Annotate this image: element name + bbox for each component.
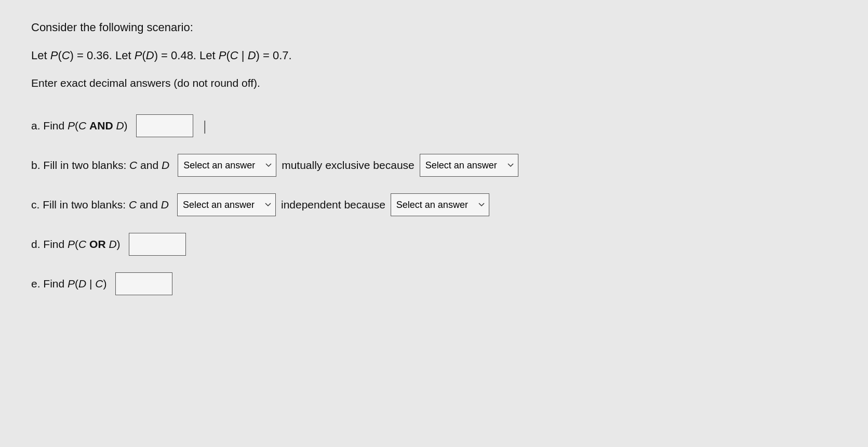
question-b: b. Fill in two blanks: C and D Select an… <box>31 154 837 177</box>
question-b-dropdown1[interactable]: Select an answer are are not <box>178 154 276 177</box>
question-a-input[interactable] <box>136 114 193 137</box>
page-container: Consider the following scenario: Let P(C… <box>31 21 837 295</box>
question-b-middle-text: mutually exclusive because <box>282 159 415 172</box>
question-b-label: b. Fill in two blanks: C and D <box>31 159 169 172</box>
question-c-middle-text: independent because <box>281 199 385 211</box>
question-d-label: d. Find P(C OR D) <box>31 238 121 251</box>
question-e-label: e. Find P(D | C) <box>31 278 107 290</box>
scenario-title: Consider the following scenario: <box>31 21 837 34</box>
instruction-text: Enter exact decimal answers (do not roun… <box>31 77 837 89</box>
question-c-label: c. Fill in two blanks: C and D <box>31 199 169 211</box>
question-a: a. Find P(C AND D) | <box>31 114 837 137</box>
cursor-indicator: | <box>204 117 207 134</box>
question-a-label: a. Find P(C AND D) <box>31 120 128 132</box>
question-d: d. Find P(C OR D) <box>31 233 837 256</box>
question-e: e. Find P(D | C) <box>31 272 837 295</box>
question-e-input[interactable] <box>115 272 172 295</box>
question-d-input[interactable] <box>129 233 186 256</box>
question-b-dropdown2[interactable]: Select an answer are are not <box>420 154 518 177</box>
given-info: Let P(C) = 0.36. Let P(D) = 0.48. Let P(… <box>31 49 837 62</box>
question-c: c. Fill in two blanks: C and D Select an… <box>31 193 837 216</box>
question-c-dropdown1[interactable]: Select an answer are are not <box>177 193 276 216</box>
question-c-dropdown2[interactable]: Select an answer are are not <box>391 193 489 216</box>
